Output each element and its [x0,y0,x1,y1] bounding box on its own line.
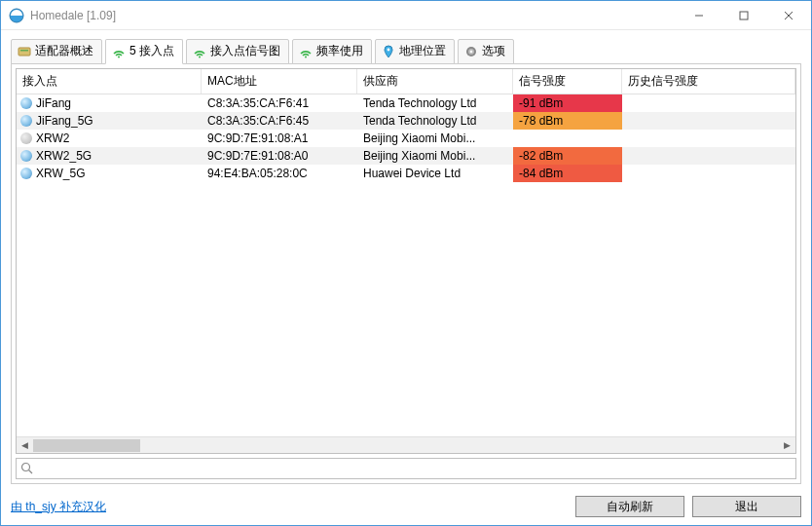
column-header-4[interactable]: 历史信号强度 [622,69,795,94]
tab-5[interactable]: 选项 [458,39,514,64]
column-header-0[interactable]: 接入点 [17,69,202,94]
history-cell [622,147,795,165]
translator-link[interactable]: 由 th_sjy 补充汉化 [11,499,106,515]
vendor-cell: Tenda Technology Ltd [357,112,513,130]
column-header-2[interactable]: 供应商 [357,69,513,94]
ap-name-cell: XRW_5G [17,165,202,182]
ap-name-cell: JiFang [17,94,202,112]
svg-point-8 [118,56,120,57]
window-controls [677,1,811,29]
wifi-status-icon [20,132,32,144]
wifi-status-icon [20,168,32,179]
history-cell [622,112,795,130]
scroll-right-arrow[interactable]: ▶ [779,437,795,454]
mac-cell: C8:3A:35:CA:F6:45 [202,112,357,130]
mac-cell: C8:3A:35:CA:F6:41 [202,94,357,112]
tab-label: 地理位置 [399,43,446,59]
table-row[interactable]: XRW2_5G9C:9D:7E:91:08:A0Beijing Xiaomi M… [17,147,795,165]
scroll-thumb[interactable] [33,439,140,452]
exit-button[interactable]: 退出 [692,496,801,517]
wifi-status-icon [20,115,32,127]
access-point-grid: 接入点MAC地址供应商信号强度历史信号强度 JiFangC8:3A:35:CA:… [16,68,796,454]
search-input[interactable] [34,460,792,477]
search-icon [20,462,34,475]
footer: 由 th_sjy 补充汉化 自动刷新 退出 [1,490,811,525]
tab-2[interactable]: 接入点信号图 [186,39,289,64]
content-area: 适配器概述5 接入点接入点信号图频率使用地理位置选项 接入点MAC地址供应商信号… [1,30,811,490]
svg-line-16 [29,470,33,474]
tab-4[interactable]: 地理位置 [375,39,455,64]
signal-cell [513,130,622,147]
mac-cell: 9C:9D:7E:91:08:A0 [202,147,357,165]
ap-name: XRW_5G [36,165,85,182]
wifi-status-icon [20,150,32,162]
column-header-1[interactable]: MAC地址 [202,69,357,94]
pin-icon [382,45,395,58]
history-cell [622,130,795,147]
signal-cell: -82 dBm [513,147,622,165]
ap-name-cell: XRW2_5G [17,147,202,165]
signal-cell: -78 dBm [513,112,622,130]
horizontal-scrollbar[interactable]: ◀ ▶ [17,436,795,453]
ap-name: XRW2_5G [36,147,92,165]
active-panel: 接入点MAC地址供应商信号强度历史信号强度 JiFangC8:3A:35:CA:… [11,63,801,484]
svg-point-14 [470,50,473,53]
table-row[interactable]: XRW_5G94:E4:BA:05:28:0CHuawei Device Ltd… [17,165,795,182]
grid-body: JiFangC8:3A:35:CA:F6:41Tenda Technology … [17,94,795,436]
tab-label: 选项 [482,43,505,59]
titlebar: Homedale [1.09] [1,1,811,30]
table-row[interactable]: JiFangC8:3A:35:CA:F6:41Tenda Technology … [17,94,795,112]
svg-rect-6 [18,48,30,56]
ap-name: JiFang_5G [36,112,93,130]
vendor-cell: Tenda Technology Ltd [357,94,513,112]
wifi-green-icon [193,45,206,58]
svg-rect-7 [20,50,28,52]
wifi-green-icon [112,45,126,58]
table-row[interactable]: JiFang_5GC8:3A:35:CA:F6:45Tenda Technolo… [17,112,795,130]
card-icon [18,45,31,58]
ap-name-cell: XRW2 [17,130,202,147]
tab-3[interactable]: 频率使用 [292,39,372,64]
tab-0[interactable]: 适配器概述 [11,39,102,64]
auto-refresh-button[interactable]: 自动刷新 [575,496,684,517]
wifi-status-icon [20,97,32,109]
vendor-cell: Beijing Xiaomi Mobi... [357,147,513,165]
svg-rect-3 [740,12,748,19]
minimize-button[interactable] [677,1,721,29]
wifi-green-icon [299,45,313,58]
svg-point-10 [305,56,307,57]
ap-name: XRW2 [36,130,69,147]
signal-cell: -91 dBm [513,94,622,112]
window-title: Homedale [1.09] [30,9,677,22]
mac-cell: 94:E4:BA:05:28:0C [202,165,357,182]
grid-header: 接入点MAC地址供应商信号强度历史信号强度 [17,69,795,94]
svg-point-11 [388,48,390,51]
tab-label: 适配器概述 [35,43,93,59]
scroll-track[interactable] [33,437,779,453]
svg-point-9 [199,56,201,57]
ap-name: JiFang [36,94,71,112]
tab-label: 5 接入点 [129,43,174,59]
maximize-button[interactable] [721,1,766,29]
app-icon [9,8,24,23]
signal-cell: -84 dBm [513,165,622,182]
svg-point-15 [22,464,30,471]
history-cell [622,94,795,112]
tab-label: 接入点信号图 [210,43,280,59]
column-header-3[interactable]: 信号强度 [513,69,622,94]
search-bar [16,458,796,479]
table-row[interactable]: XRW29C:9D:7E:91:08:A1Beijing Xiaomi Mobi… [17,130,795,147]
vendor-cell: Beijing Xiaomi Mobi... [357,130,513,147]
mac-cell: 9C:9D:7E:91:08:A1 [202,130,357,147]
vendor-cell: Huawei Device Ltd [357,165,513,182]
history-cell [622,165,795,182]
tab-1[interactable]: 5 接入点 [105,39,183,64]
gear-icon [464,45,478,58]
app-window: Homedale [1.09] 适配器概述5 接入点接入点信号图频率使用地理位置… [0,0,812,526]
tab-label: 频率使用 [316,43,363,59]
ap-name-cell: JiFang_5G [17,112,202,130]
scroll-left-arrow[interactable]: ◀ [17,437,33,454]
close-button[interactable] [766,1,811,29]
tab-bar: 适配器概述5 接入点接入点信号图频率使用地理位置选项 [11,38,801,63]
